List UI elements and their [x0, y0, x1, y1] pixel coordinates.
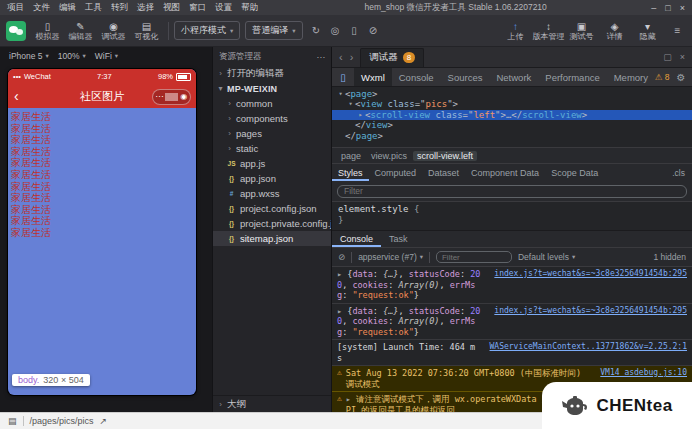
list-item[interactable]: 家居生活	[11, 169, 51, 181]
source-link[interactable]: index.js?t=wechat&s=~3c8e3256491454b:295	[494, 269, 687, 280]
back-icon[interactable]: ‹	[14, 86, 19, 106]
tab-task[interactable]: Task	[381, 231, 416, 247]
maximize-icon[interactable]: □	[665, 3, 670, 13]
toolbar-button-visualizer[interactable]: ▤可视化	[130, 16, 163, 45]
tab-scope-data[interactable]: Scope Data	[545, 164, 604, 181]
tab-component-data[interactable]: Component Data	[465, 164, 545, 181]
folder-item[interactable]: ›pages	[213, 126, 331, 141]
expand-arrow-icon[interactable]: ▾	[346, 99, 355, 109]
clear-console-icon[interactable]: ⊘	[338, 252, 345, 262]
styles-filter-input[interactable]	[337, 185, 687, 198]
list-item[interactable]: 家居生活	[11, 192, 51, 204]
back-arrow-icon[interactable]: ‹	[339, 52, 343, 63]
device-dropdown[interactable]: iPhone 5 ▾	[9, 51, 49, 61]
wxml-node[interactable]: ▾<view class="pics">	[332, 99, 692, 109]
menu-item[interactable]: 设置	[213, 2, 234, 14]
console-log-entry[interactable]: ▸ {data: {…}, statusCode: 200, cookies: …	[332, 304, 692, 341]
mode-dropdown[interactable]: 小程序模式 ▾	[174, 21, 240, 40]
breadcrumb[interactable]: scroll-view.left	[413, 151, 477, 161]
clear-cache-icon[interactable]: ⊘	[365, 22, 382, 39]
network-dropdown[interactable]: WiFi ▾	[95, 51, 118, 61]
file-item[interactable]: #app.wxss	[213, 186, 331, 201]
toolbar-button-hide[interactable]: ▾隐藏	[631, 16, 664, 45]
console-log-entry[interactable]: ▸ {data: {…}, statusCode: 200, cookies: …	[332, 267, 692, 304]
list-item[interactable]: 家居生活	[11, 123, 51, 135]
toolbar-button-upload[interactable]: ↑上传	[499, 16, 532, 45]
zoom-dropdown[interactable]: 100% ▾	[58, 51, 86, 61]
open-editors-section[interactable]: › 打开的编辑器	[213, 66, 331, 81]
target-icon[interactable]: ◉	[178, 91, 190, 103]
element-style-rule[interactable]: element.style { }	[332, 202, 692, 230]
breadcrumb[interactable]: view.pics	[367, 151, 411, 161]
close-icon[interactable]: ×	[680, 52, 685, 62]
wxml-node[interactable]: </page>	[332, 131, 692, 141]
context-dropdown[interactable]: appservice (#7) ▾	[358, 252, 423, 262]
tab-computed[interactable]: Computed	[369, 164, 423, 181]
list-item[interactable]: 家居生活	[11, 146, 51, 158]
more-icon[interactable]: ⋯	[317, 52, 326, 62]
toolbar-button-version[interactable]: ↕版本管理	[532, 16, 565, 45]
menu-item[interactable]: 工具	[83, 2, 104, 14]
tab-console[interactable]: Console	[332, 231, 381, 247]
source-link[interactable]: index.js?t=wechat&s=~3c8e3256491454b:295	[494, 306, 687, 317]
add-class-button[interactable]: .cls	[665, 168, 692, 178]
toolbar-button-debugger[interactable]: ◉调试器	[97, 16, 130, 45]
breadcrumb[interactable]: page	[337, 151, 365, 161]
toolbar-button-simulator[interactable]: ▯模拟器	[31, 16, 64, 45]
file-item[interactable]: {}project.config.json	[213, 201, 331, 216]
wechat-logo-icon[interactable]	[6, 21, 26, 41]
list-item[interactable]: 家居生活	[11, 181, 51, 193]
preview-icon[interactable]: ◎	[327, 22, 344, 39]
menu-item[interactable]: 视图	[161, 2, 182, 14]
menu-item[interactable]: 转到	[109, 2, 130, 14]
list-item[interactable]: 家居生活	[11, 227, 51, 239]
wxml-node[interactable]: ▸<scroll-view class="left">…</scroll-vie…	[332, 110, 692, 120]
warning-counter[interactable]: ⚠ 8	[655, 72, 669, 82]
file-item[interactable]: {}sitemap.json	[213, 231, 331, 246]
popout-icon[interactable]: ▢	[663, 52, 672, 62]
toolbar-button-test[interactable]: ▣测试号	[565, 16, 598, 45]
menu-item[interactable]: 选择	[135, 2, 156, 14]
menu-item[interactable]: 编辑	[57, 2, 78, 14]
close-icon[interactable]: ×	[680, 3, 685, 13]
gear-icon[interactable]: ⚙	[676, 72, 685, 83]
toolbar-button-editor[interactable]: ✎编辑器	[64, 16, 97, 45]
device-toolbar-icon[interactable]: ▯	[332, 72, 354, 83]
tab-styles[interactable]: Styles	[332, 164, 369, 181]
expand-arrow-icon[interactable]: ▸	[356, 110, 365, 120]
project-root[interactable]: ▾ MP-WEIXIN	[213, 81, 331, 96]
console-log-entry[interactable]: [system] Launch Time: 464 msWAServiceMai…	[332, 340, 692, 366]
compile-icon[interactable]: ↻	[308, 22, 325, 39]
list-item[interactable]: 家居生活	[11, 204, 51, 216]
list-item[interactable]: 家居生活	[11, 215, 51, 227]
menu-item[interactable]: 窗口	[187, 2, 208, 14]
page-icon[interactable]: ▤	[8, 416, 17, 426]
source-link[interactable]: VM14 asdebug.js:10	[600, 368, 687, 379]
list-item[interactable]: 家居生活	[11, 111, 51, 123]
debugger-tab[interactable]: 调试器 8	[360, 48, 424, 67]
tab-network[interactable]: Network	[489, 68, 538, 86]
more-icon[interactable]: ⋯	[153, 91, 165, 103]
expand-arrow-icon[interactable]: ▾	[336, 89, 345, 99]
capsule-menu[interactable]: ⋯ ◉	[152, 89, 191, 105]
forward-arrow-icon[interactable]: ›	[350, 52, 354, 63]
file-item[interactable]: JSapp.js	[213, 156, 331, 171]
tab-dataset[interactable]: Dataset	[422, 164, 465, 181]
folder-item[interactable]: ›static	[213, 141, 331, 156]
tab-performance[interactable]: Performance	[538, 68, 606, 86]
list-item[interactable]: 家居生活	[11, 134, 51, 146]
menu-item[interactable]: 帮助	[239, 2, 260, 14]
compile-mode-dropdown[interactable]: 普通编译 ▾	[245, 21, 302, 40]
toolbar-button-details[interactable]: ◈详情	[598, 16, 631, 45]
console-filter-input[interactable]	[436, 251, 512, 263]
wxml-node[interactable]: ▾<page>	[332, 89, 692, 99]
file-item[interactable]: {}project.private.config.js…	[213, 216, 331, 231]
folder-item[interactable]: ›common	[213, 96, 331, 111]
list-item[interactable]: 家居生活	[11, 157, 51, 169]
outline-section[interactable]: › 大纲	[213, 395, 331, 412]
menu-item[interactable]: 文件	[31, 2, 52, 14]
tab-sources[interactable]: Sources	[441, 68, 490, 86]
log-levels-dropdown[interactable]: Default levels ▾	[518, 252, 575, 262]
source-link[interactable]: WAServiceMainContext..13771862&v=2.25.2:…	[490, 342, 687, 353]
tab-wxml[interactable]: Wxml	[354, 68, 392, 86]
